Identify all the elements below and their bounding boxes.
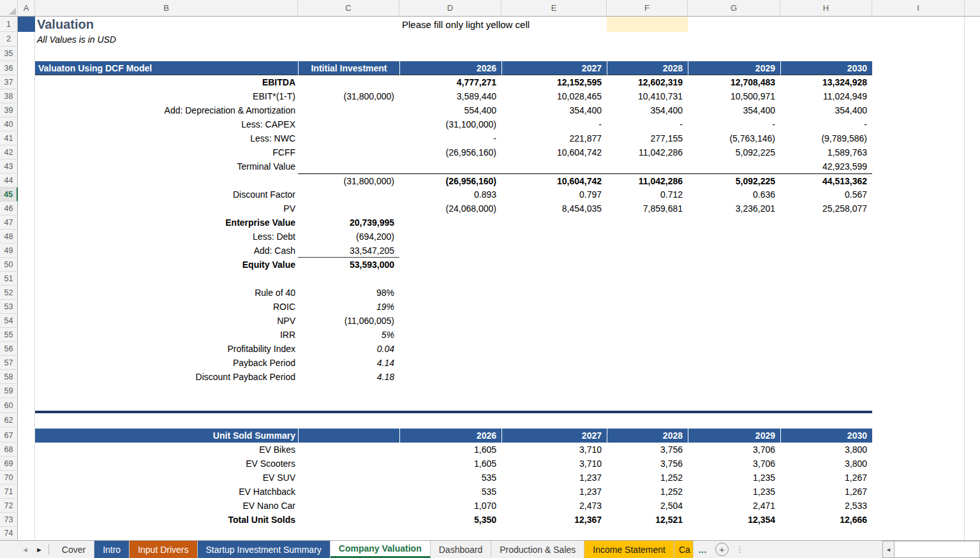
row-label-cell[interactable]: EBIT*(1-T) <box>35 89 298 103</box>
ratio-value-cell[interactable]: 0.04 <box>298 342 399 356</box>
value-cell-2026[interactable]: (26,956,160) <box>399 173 501 187</box>
row-header[interactable]: 73 <box>0 513 18 527</box>
sheet-tab[interactable]: Intro <box>94 541 130 558</box>
value-cell-2029[interactable]: 3,706 <box>688 457 780 471</box>
row-label-cell[interactable]: Profitability Index <box>35 342 298 356</box>
value-cell-2026[interactable]: 4,777,271 <box>399 75 501 89</box>
cell[interactable] <box>18 398 35 413</box>
investment-value-cell[interactable]: 53,593,000 <box>298 258 399 272</box>
value-cell-2029[interactable] <box>688 244 780 258</box>
cell[interactable] <box>872 103 965 117</box>
cell[interactable] <box>18 216 35 230</box>
row-header[interactable]: 42 <box>0 145 18 159</box>
units-blank-header[interactable] <box>298 429 399 443</box>
sheet-tab[interactable]: Ca <box>674 541 694 558</box>
cell[interactable] <box>18 457 35 471</box>
value-cell-2027[interactable]: 1,237 <box>501 471 607 485</box>
value-cell-2029[interactable]: 5,092,225 <box>688 173 780 187</box>
cell[interactable] <box>18 103 35 117</box>
column-header-e[interactable]: E <box>501 0 607 16</box>
cell[interactable] <box>18 513 35 527</box>
row-header[interactable]: 52 <box>0 286 18 300</box>
cell[interactable] <box>18 300 35 314</box>
value-cell-2030[interactable]: 25,258,077 <box>780 202 872 216</box>
value-cell-2026[interactable]: 0.893 <box>399 187 501 202</box>
row-header[interactable]: 40 <box>0 117 18 131</box>
sheet-tab[interactable]: Production & Sales <box>491 541 584 558</box>
value-cell-2028[interactable]: 1,252 <box>607 485 688 499</box>
value-cell-2028[interactable]: 0.712 <box>607 187 688 202</box>
column-header-a[interactable]: A <box>18 0 35 16</box>
value-cell-2028[interactable] <box>607 159 688 173</box>
row-header[interactable]: 41 <box>0 131 18 145</box>
cell[interactable] <box>18 75 35 89</box>
value-cell-2027[interactable]: 10,604,742 <box>501 173 607 187</box>
investment-value-cell[interactable] <box>298 202 399 216</box>
ratio-value-cell[interactable]: 4.18 <box>298 370 399 384</box>
value-cell-2030[interactable]: 44,513,362 <box>780 173 872 187</box>
value-cell-2029[interactable]: - <box>688 117 780 131</box>
year-header-2026[interactable]: 2026 <box>399 429 501 443</box>
row-label-cell[interactable] <box>35 173 298 187</box>
row-header[interactable]: 46 <box>0 202 18 216</box>
value-cell-2029[interactable]: (5,763,146) <box>688 131 780 145</box>
cell[interactable] <box>872 117 965 131</box>
row-header[interactable]: 35 <box>0 47 18 61</box>
page-subtitle[interactable]: All Values is in USD <box>35 32 298 47</box>
row-label-cell[interactable]: Discount Factor <box>35 187 298 202</box>
value-cell-2028[interactable]: 3,756 <box>607 457 688 471</box>
cell[interactable] <box>872 89 965 103</box>
year-header-2027[interactable]: 2027 <box>501 429 607 443</box>
column-header-c[interactable]: C <box>298 0 399 16</box>
cell[interactable] <box>18 342 35 356</box>
value-cell-2029[interactable]: 1,235 <box>688 471 780 485</box>
more-sheets-ellipsis[interactable]: … <box>694 541 711 558</box>
cell[interactable] <box>18 429 35 443</box>
row-label-cell[interactable]: Discount Payback Period <box>35 370 298 384</box>
value-cell-2029[interactable]: 0.636 <box>688 187 780 202</box>
value-cell-2030[interactable]: 11,024,949 <box>780 89 872 103</box>
ratio-value-cell[interactable]: 98% <box>298 286 399 300</box>
value-cell-2026[interactable] <box>399 258 501 272</box>
cell[interactable] <box>872 131 965 145</box>
value-cell-2026[interactable]: - <box>399 131 501 145</box>
value-cell-2026[interactable] <box>399 230 501 244</box>
value-cell-2028[interactable] <box>607 244 688 258</box>
value-cell-2028[interactable] <box>607 216 688 230</box>
row-label-cell[interactable]: Total Unit Solds <box>35 513 298 527</box>
value-cell-2030[interactable] <box>780 230 872 244</box>
cell[interactable] <box>872 457 965 471</box>
row-label-cell[interactable]: PV <box>35 202 298 216</box>
value-cell-2028[interactable]: 10,410,731 <box>607 89 688 103</box>
value-cell-2027[interactable]: 354,400 <box>501 103 607 117</box>
value-cell-2027[interactable]: 2,473 <box>501 499 607 513</box>
row-label-cell[interactable]: ROIC <box>35 300 298 314</box>
value-cell-2029[interactable] <box>688 216 780 230</box>
row-header[interactable]: 43 <box>0 159 18 173</box>
cell[interactable] <box>298 485 399 499</box>
cell[interactable] <box>872 202 965 216</box>
row-header[interactable]: 74 <box>0 527 18 540</box>
cell[interactable] <box>298 471 399 485</box>
row-label-cell[interactable]: Equity Value <box>35 258 298 272</box>
value-cell-2026[interactable]: 1,605 <box>399 443 501 457</box>
investment-value-cell[interactable] <box>298 159 399 173</box>
row-label-cell[interactable]: Less: Debt <box>35 230 298 244</box>
value-cell-2030[interactable]: 1,589,763 <box>780 145 872 159</box>
sheet-tab[interactable]: Input Drivers <box>130 541 197 558</box>
investment-value-cell[interactable] <box>298 117 399 131</box>
row-label-cell[interactable]: Rule of 40 <box>35 286 298 300</box>
cell[interactable] <box>872 485 965 499</box>
year-header-2030[interactable]: 2030 <box>780 61 872 75</box>
ratio-value-cell[interactable] <box>298 272 399 286</box>
year-header-2028[interactable]: 2028 <box>607 61 688 75</box>
cell[interactable] <box>298 443 399 457</box>
value-cell-2029[interactable]: 12,708,483 <box>688 75 780 89</box>
investment-value-cell[interactable] <box>298 131 399 145</box>
value-cell-2030[interactable]: 3,800 <box>780 443 872 457</box>
row-header[interactable]: 1 <box>0 17 18 32</box>
row-label-cell[interactable]: NPV <box>35 314 298 328</box>
sheet-tab[interactable]: Company Valuation <box>330 541 431 558</box>
value-cell-2030[interactable]: 0.567 <box>780 187 872 202</box>
units-table-title[interactable]: Unit Sold Summary <box>35 429 298 443</box>
